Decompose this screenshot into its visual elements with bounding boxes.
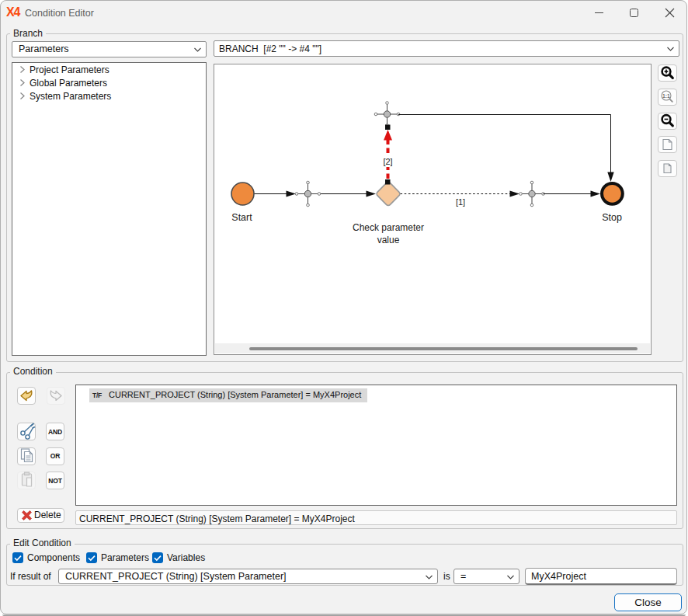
- svg-text:Stop: Stop: [602, 212, 622, 223]
- svg-text:Check parameter: Check parameter: [353, 222, 424, 233]
- svg-text:Start: Start: [231, 212, 252, 223]
- svg-text:1:1: 1:1: [662, 93, 670, 99]
- svg-text:[1]: [1]: [456, 197, 465, 207]
- svg-text:[2]: [2]: [383, 157, 392, 166]
- svg-text:value: value: [377, 235, 400, 245]
